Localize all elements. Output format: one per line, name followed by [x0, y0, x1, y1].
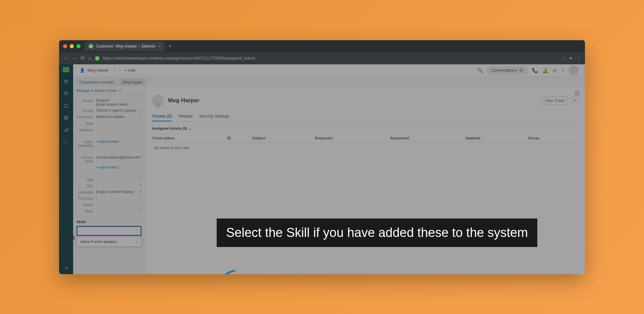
organizations-icon[interactable]: [63, 115, 69, 121]
col-requester[interactable]: Requester: [315, 136, 390, 140]
add-number-link[interactable]: + add number: [96, 139, 142, 143]
zendesk-favicon-icon: z: [89, 44, 93, 49]
external-link-icon: ↗: [118, 88, 121, 93]
timezone-value: -: [96, 196, 140, 200]
chevron-down-icon: ▾: [140, 183, 142, 187]
nav-forward-icon[interactable]: →: [72, 55, 77, 61]
subtab-organization[interactable]: Organization (create): [76, 78, 118, 86]
skills-input-wrap[interactable]: ⌃: [76, 226, 142, 236]
col-group[interactable]: Group: [528, 136, 578, 140]
skills-option-label: native French speaker: [80, 240, 117, 244]
org-value: -: [96, 183, 140, 187]
user-avatar[interactable]: [569, 66, 578, 75]
customers-icon[interactable]: [63, 103, 69, 109]
skills-input[interactable]: [80, 229, 135, 233]
person-icon: 👤: [80, 68, 85, 73]
chevron-down-icon: ▾: [140, 155, 142, 159]
field-primary-email: Primary email mrsnaomibear@gmail.com ▾: [73, 154, 145, 164]
nav-home-icon[interactable]: ⌂: [88, 55, 92, 61]
col-subject[interactable]: Subject: [252, 136, 315, 140]
email-label: Primary email: [76, 155, 96, 163]
workspace-tab-user[interactable]: 👤 Meg Harper ×: [76, 64, 120, 77]
home-icon[interactable]: [63, 78, 69, 84]
col-status[interactable]: Ticket status: [152, 136, 227, 140]
conversations-count: 0: [519, 68, 524, 73]
details-value: -: [96, 202, 142, 206]
tab-tickets[interactable]: Tickets (0): [152, 112, 172, 121]
new-tab-button[interactable]: +: [168, 43, 171, 49]
extensions-icon[interactable]: ✦: [569, 56, 573, 61]
col-updated[interactable]: Updated: [466, 136, 528, 140]
traffic-lights: [63, 44, 80, 48]
nav-back-icon[interactable]: ←: [63, 55, 68, 61]
field-add-contact: + add contact: [73, 164, 145, 170]
new-ticket-button[interactable]: + New Ticket: [539, 97, 568, 105]
workspace-add-button[interactable]: + Add: [120, 68, 139, 73]
views-icon[interactable]: [63, 90, 69, 97]
col-requested[interactable]: Requested: [390, 136, 465, 140]
left-nav-rail: ⬗: [59, 64, 73, 274]
svg-rect-17: [575, 94, 576, 95]
svg-rect-14: [575, 92, 576, 93]
field-signature: Signature -: [73, 126, 145, 133]
col-id[interactable]: ID: [227, 136, 252, 140]
skills-option-french[interactable]: native French speaker ›: [77, 237, 141, 246]
subtab-user[interactable]: Meg Harper: [119, 78, 146, 86]
svg-rect-6: [66, 115, 68, 120]
user-profile-avatar: ♔: [152, 95, 164, 107]
svg-point-3: [64, 104, 66, 105]
user-sidebar-panel: Manage in Admin Center ↗ Groups Support …: [73, 87, 145, 274]
apps-panel-icon[interactable]: [574, 90, 580, 96]
svg-rect-16: [578, 92, 579, 93]
url-text[interactable]: https://selectivehardware.zendesk.com/ag…: [103, 56, 558, 61]
tab-security[interactable]: Security Settings: [199, 112, 229, 121]
field-alias: Alias -: [73, 120, 145, 126]
reporting-icon[interactable]: [63, 127, 69, 133]
agentfwd-label: Agent forwarding: [76, 139, 96, 147]
notes-label: Notes: [76, 209, 96, 213]
field-language[interactable]: Language English (United States) ▾: [73, 189, 145, 195]
help-icon[interactable]: ?: [561, 68, 564, 73]
manage-admin-link[interactable]: Manage in Admin Center ↗: [73, 87, 145, 94]
zendesk-logo-icon[interactable]: [63, 67, 69, 72]
field-group-forwarding: Agent forwarding + add number: [73, 135, 145, 151]
add-contact-link[interactable]: + add contact: [96, 165, 142, 169]
tab-close-icon[interactable]: ×: [158, 44, 161, 49]
groups-value-2: Email support team: [96, 102, 142, 106]
field-org[interactable]: Org. - ▾: [73, 182, 145, 189]
chevron-up-icon: ⌃: [135, 229, 138, 233]
phone-icon[interactable]: 📞: [532, 68, 538, 73]
notification-bell-icon[interactable]: 🔔: [542, 68, 548, 73]
admin-link-label: Manage in Admin Center: [76, 88, 117, 92]
workspace-tab-close-icon[interactable]: ×: [113, 68, 116, 73]
window-maximize-icon[interactable]: [76, 44, 80, 48]
svg-point-10: [65, 141, 67, 142]
status-dot-icon: [575, 72, 578, 75]
svg-rect-2: [64, 94, 68, 95]
field-tags[interactable]: Tags ▾: [73, 176, 145, 182]
field-comments[interactable]: Comments Notes and replies ▾: [73, 114, 145, 120]
signature-label: Signature: [76, 127, 96, 132]
workspace-tabs: 👤 Meg Harper × + Add 🔍 Conversations 0 📞…: [73, 64, 585, 77]
tab-title: Customer: Meg Harper – Selectiv: [96, 44, 155, 49]
field-access[interactable]: Access Tickets in agent's groups ▾: [73, 107, 145, 114]
window-minimize-icon[interactable]: [70, 44, 74, 48]
apps-grid-icon[interactable]: ⊞: [553, 68, 557, 73]
field-timezone[interactable]: Time zone - ▾: [73, 195, 145, 201]
browser-menu-icon[interactable]: ⋮: [576, 56, 581, 61]
bookmark-star-icon[interactable]: ☆: [561, 56, 566, 61]
svg-rect-1: [64, 93, 68, 93]
skills-dropdown: native French speaker ›: [76, 237, 142, 247]
window-close-icon[interactable]: [63, 44, 67, 48]
assigned-tickets-header[interactable]: Assigned tickets (0) ⌄: [152, 126, 578, 131]
tab-related[interactable]: Related: [178, 112, 192, 121]
admin-icon[interactable]: [63, 139, 69, 145]
field-group-details: Tags ▾ Org. - ▾ Language English (United…: [73, 173, 145, 217]
svg-rect-7: [64, 130, 65, 132]
zendesk-mark-icon[interactable]: ⬗: [64, 265, 68, 270]
conversations-button[interactable]: Conversations 0: [487, 66, 527, 74]
search-icon[interactable]: 🔍: [477, 68, 483, 73]
nav-reload-icon[interactable]: ⟳: [80, 55, 85, 61]
signature-value: -: [96, 127, 142, 131]
browser-tab[interactable]: z Customer: Meg Harper – Selectiv ×: [85, 42, 165, 51]
